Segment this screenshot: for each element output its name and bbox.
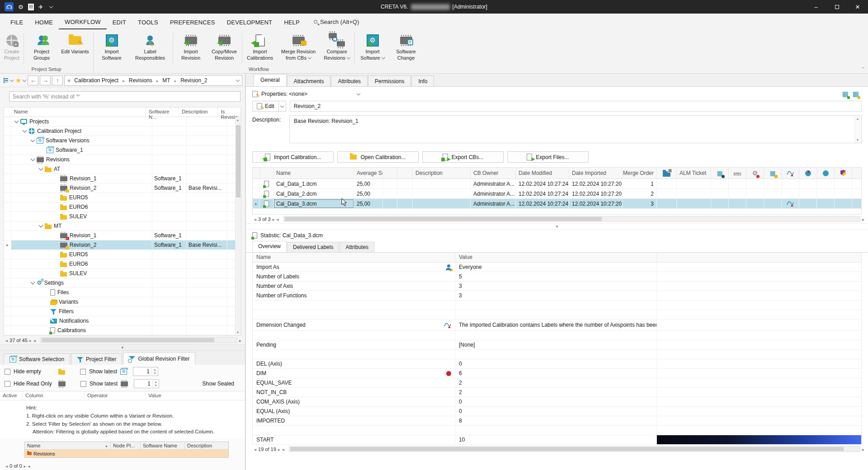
tree-row[interactable]: Calibrations <box>4 326 241 335</box>
revision-name-input[interactable]: Revision_2 <box>290 101 862 112</box>
breadcrumb-item[interactable]: Calibration Project <box>74 77 118 84</box>
tab-delivered-labels[interactable]: Delivered Labels <box>287 242 339 252</box>
stat-row[interactable]: DIM 6 <box>253 369 861 378</box>
breadcrumb-item[interactable]: Revisions <box>129 77 152 84</box>
col-description[interactable]: Description <box>413 168 471 179</box>
breadcrumb-item[interactable]: MT <box>162 77 170 84</box>
stat-row-blank[interactable] <box>253 301 861 310</box>
tree-row-selected[interactable]: Revision_2 Software_1Base Revisi... <box>4 240 241 250</box>
statistic-horizontal-scrollbar[interactable] <box>289 446 860 452</box>
stat-col-value[interactable]: Value <box>455 253 657 262</box>
tab-overview[interactable]: Overview <box>252 241 287 252</box>
tree-row[interactable]: Revision_1 Software_1 <box>4 231 241 240</box>
hide-empty-checkbox[interactable] <box>5 369 10 375</box>
pager-prev-icon[interactable] <box>5 463 8 469</box>
settings-gear-icon[interactable] <box>18 4 24 10</box>
tab-permissions[interactable]: Permissions <box>368 75 411 86</box>
export-cbs-button[interactable]: Export CBs... <box>422 151 504 163</box>
right-splitter[interactable] <box>246 223 868 230</box>
tree-row[interactable]: Files <box>4 288 241 297</box>
stat-row[interactable]: COM_AXIS (Axis) 0 <box>253 397 861 407</box>
tree-row[interactable]: EURO6 <box>4 259 241 269</box>
label-responsibles-button[interactable]: Label Responsibles <box>128 32 172 66</box>
layout-grid-icon-2[interactable] <box>853 90 859 98</box>
calibration-row-selected[interactable]: Cal_Data_3.dcm 25,00 Administrator A... … <box>253 199 861 209</box>
stat-row[interactable]: EQUAL_SAVE 2 <box>253 378 861 388</box>
minimize-button[interactable]: – <box>806 0 826 14</box>
pager-prev-icon[interactable] <box>254 216 256 222</box>
stat-row[interactable]: Number of Functions 3 <box>253 291 861 301</box>
import-revision-button[interactable]: Import Revision <box>174 32 208 66</box>
stat-row[interactable]: DEL (Axis) 0 <box>253 359 861 369</box>
col-date-imported[interactable]: Date Imported <box>569 168 623 179</box>
filter-col-operator[interactable]: Operator <box>85 391 146 400</box>
stat-row[interactable]: EQUAL (Axis) 0 <box>253 407 861 416</box>
properties-dropdown-icon[interactable] <box>357 92 360 95</box>
tree-col-software[interactable]: Software N... <box>146 108 179 117</box>
pager-next-icon[interactable] <box>278 446 280 452</box>
import-calibrations-button[interactable]: Import Calibrations <box>243 32 277 66</box>
import-software-button[interactable]: Import Software <box>95 32 128 66</box>
tree-row[interactable]: Settings <box>4 278 241 288</box>
tree-col-isrevision[interactable]: Is Revisio <box>218 108 241 117</box>
pager-prev-icon[interactable] <box>254 446 256 452</box>
tree-row[interactable]: Calibration Project <box>4 127 241 136</box>
copy-move-revision-button[interactable]: Copy/Move Revision <box>208 32 241 66</box>
quick-access-dropdown-icon[interactable] <box>49 5 52 8</box>
stat-row[interactable]: Number of Labels 5 <box>253 272 861 282</box>
tree-row[interactable]: Filters <box>4 307 241 316</box>
description-input[interactable]: Base Revision: Revision_1 <box>289 115 862 143</box>
open-calibration-button[interactable]: Open Calibration... <box>337 151 419 163</box>
tree-row[interactable]: EURO5 <box>4 193 241 202</box>
maximize-button[interactable] <box>826 0 847 14</box>
tree-row[interactable]: Software Versions <box>4 136 241 146</box>
col-table-lock[interactable] <box>764 168 782 179</box>
create-project-button[interactable]: Create Project <box>1 32 23 66</box>
tab-attributes[interactable]: Attributes <box>331 75 368 86</box>
show-latest-software-count[interactable]: 1 ▴▾ <box>133 367 158 376</box>
calibration-horizontal-scrollbar[interactable] <box>283 216 860 222</box>
properties-select[interactable]: Properties: <none> <box>261 91 352 97</box>
tree-row[interactable]: Variants <box>4 297 241 307</box>
tree-row[interactable]: Revision_1 Software_1 <box>4 174 241 183</box>
stat-col-name[interactable]: Name <box>253 253 455 262</box>
pager-next-icon[interactable] <box>24 463 26 469</box>
ribbon-search[interactable]: Search (Alt+Q) <box>314 19 359 25</box>
tree-row[interactable]: Software_1 <box>4 146 241 155</box>
menu-file[interactable]: FILE <box>5 15 29 29</box>
menu-tools[interactable]: TOOLS <box>132 15 164 29</box>
menu-help[interactable]: HELP <box>278 15 306 29</box>
calibration-row[interactable]: Cal_Data_2.dcm 25,00 Administrator A... … <box>253 189 861 199</box>
tab-project-filter[interactable]: Project Filter <box>71 353 122 365</box>
tree-view-selector[interactable] <box>3 75 14 85</box>
hscroll-left-icon[interactable] <box>277 216 279 222</box>
tree-row[interactable]: MT <box>4 221 241 231</box>
ribbon-collapse-icon[interactable] <box>862 66 865 71</box>
tab-stat-attributes[interactable]: Attributes <box>340 242 374 252</box>
menu-development[interactable]: DEVELOPMENT <box>221 15 278 29</box>
pager-next-icon[interactable] <box>29 338 32 343</box>
stat-row-start[interactable]: START 10 <box>253 435 861 445</box>
tree-row[interactable]: Revision_2 Software_1Base Revisi... <box>4 183 241 193</box>
filter-col-active[interactable]: Active <box>0 391 23 400</box>
col-circle[interactable] <box>817 168 835 179</box>
tab-general[interactable]: General <box>254 74 287 86</box>
show-sealed-label[interactable]: Show Sealed <box>202 381 241 387</box>
col-name[interactable]: Name <box>274 168 354 179</box>
hide-read-only-checkbox[interactable] <box>5 381 10 387</box>
tree-horizontal-scrollbar[interactable] <box>40 337 237 343</box>
tab-software-selection[interactable]: Software Selection <box>4 353 70 365</box>
tree-row[interactable]: Notifications <box>4 316 241 326</box>
stat-row-blank[interactable] <box>253 310 861 320</box>
nav-back-button[interactable] <box>28 75 38 85</box>
hscroll-left-icon[interactable] <box>282 446 284 452</box>
col-average-score[interactable]: Average Score <box>354 168 383 179</box>
calibration-row[interactable]: Cal_Data_1.dcm 25,00 Administrator A... … <box>253 179 861 189</box>
stat-row[interactable]: Import As Everyone <box>253 263 861 272</box>
stat-row-blank[interactable] <box>253 350 861 359</box>
hscroll-right-icon[interactable] <box>862 216 864 222</box>
tree-row[interactable]: SULEV <box>4 212 241 221</box>
tree-vertical-scrollbar[interactable] <box>235 117 241 335</box>
compare-revisions-button[interactable]: Compare Revisions <box>320 32 354 66</box>
layout-grid-icon[interactable] <box>842 90 849 98</box>
